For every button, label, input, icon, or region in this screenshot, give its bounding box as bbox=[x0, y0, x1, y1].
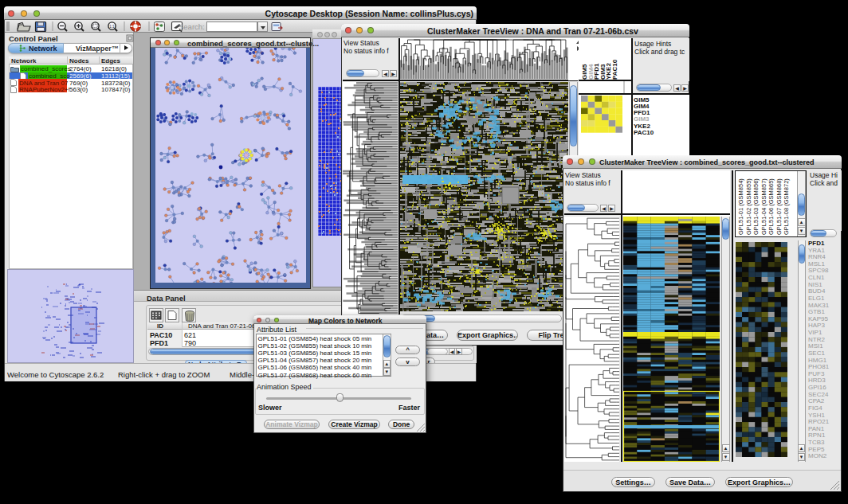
svg-text:1:1: 1:1 bbox=[109, 25, 115, 29]
